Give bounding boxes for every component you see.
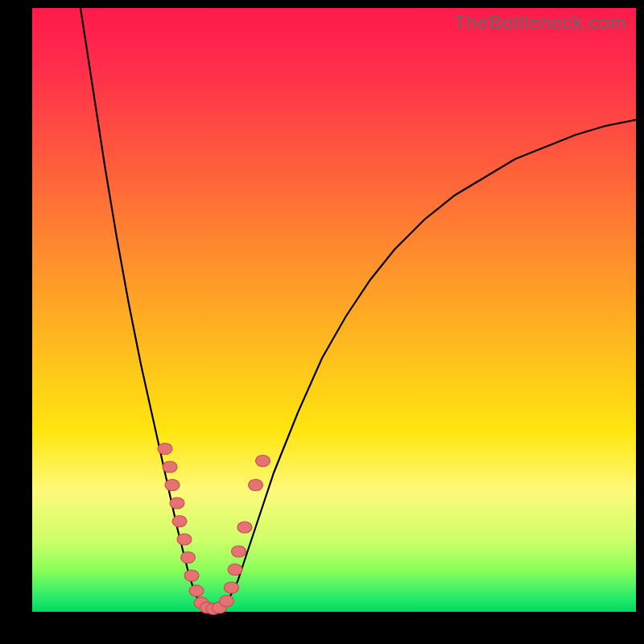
data-marker	[177, 534, 192, 545]
data-marker	[158, 444, 172, 455]
data-marker	[163, 461, 177, 473]
chart-canvas: TheBottleneck.com	[0, 0, 644, 644]
data-marker	[172, 516, 187, 527]
curve-markers	[158, 444, 270, 615]
data-marker	[228, 564, 242, 576]
plot-area: TheBottleneck.com	[32, 8, 636, 612]
data-marker	[189, 585, 204, 597]
curve-path	[80, 8, 636, 612]
data-marker	[220, 596, 234, 607]
data-marker	[170, 497, 184, 509]
data-marker	[225, 582, 239, 593]
data-marker	[237, 522, 252, 533]
data-marker	[184, 570, 199, 581]
data-marker	[181, 552, 196, 564]
data-marker	[256, 456, 270, 467]
data-marker	[249, 480, 263, 491]
bottleneck-curve	[32, 8, 636, 612]
data-marker	[232, 546, 246, 557]
data-marker	[165, 480, 180, 491]
watermark-text: TheBottleneck.com	[454, 11, 626, 34]
